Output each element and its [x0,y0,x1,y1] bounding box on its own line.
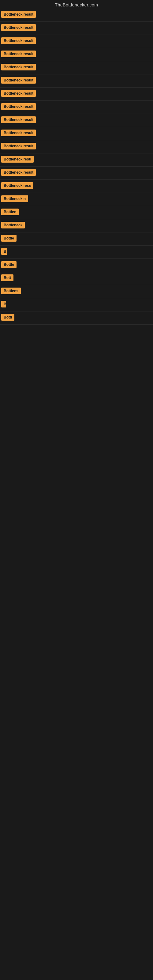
bottleneck-badge-5[interactable]: Bottleneck result [1,64,36,70]
bottleneck-item-8: Bottleneck result [0,101,153,114]
bottleneck-item-19: B [0,246,153,259]
bottleneck-badge-6[interactable]: Bottleneck result [1,77,36,84]
bottleneck-item-1: Bottleneck result [0,9,153,22]
bottleneck-badge-10[interactable]: Bottleneck result [1,130,36,136]
bottleneck-badge-7[interactable]: Bottleneck result [1,90,36,97]
bottleneck-item-24: Bottl [0,312,153,325]
bottleneck-badge-18[interactable]: Bottle [1,235,16,242]
bottleneck-item-10: Bottleneck result [0,127,153,140]
bottleneck-item-15: Bottleneck n [0,193,153,206]
bottleneck-badge-16[interactable]: Bottlen [1,208,19,215]
bottleneck-item-21: Bott [0,272,153,285]
bottleneck-badge-19[interactable]: B [1,248,7,255]
bottleneck-item-13: Bottleneck result [0,167,153,180]
bottleneck-item-23: B [0,298,153,312]
bottleneck-badge-20[interactable]: Bottle [1,261,16,268]
bottleneck-badge-21[interactable]: Bott [1,274,13,281]
bottleneck-badge-2[interactable]: Bottleneck result [1,24,36,31]
bottleneck-item-18: Bottle [0,232,153,246]
bottleneck-item-17: Bottleneck [0,219,153,232]
bottleneck-badge-1[interactable]: Bottleneck result [1,11,36,18]
bottleneck-badge-17[interactable]: Bottleneck [1,222,25,229]
bottleneck-badge-9[interactable]: Bottleneck result [1,116,36,123]
bottleneck-item-6: Bottleneck result [0,75,153,88]
bottleneck-badge-13[interactable]: Bottleneck result [1,169,36,176]
bottleneck-item-7: Bottleneck result [0,88,153,101]
bottleneck-item-2: Bottleneck result [0,22,153,35]
items-container: Bottleneck resultBottleneck resultBottle… [0,9,153,325]
bottleneck-badge-8[interactable]: Bottleneck result [1,103,36,110]
bottleneck-item-4: Bottleneck result [0,48,153,61]
bottleneck-badge-15[interactable]: Bottleneck n [1,196,28,202]
bottleneck-item-14: Bottleneck resu [0,180,153,193]
bottleneck-item-20: Bottle [0,259,153,272]
bottleneck-badge-3[interactable]: Bottleneck result [1,37,36,44]
bottleneck-item-9: Bottleneck result [0,114,153,127]
bottleneck-badge-14[interactable]: Bottleneck resu [1,182,33,189]
bottleneck-item-11: Bottleneck result [0,140,153,153]
bottleneck-item-16: Bottlen [0,206,153,219]
bottleneck-badge-11[interactable]: Bottleneck result [1,143,36,150]
bottleneck-badge-23[interactable]: B [1,301,6,307]
site-title: TheBottlenecker.com [0,0,153,9]
bottleneck-item-22: Bottlens [0,285,153,298]
bottleneck-item-3: Bottleneck result [0,35,153,48]
bottleneck-badge-4[interactable]: Bottleneck result [1,51,36,57]
bottleneck-badge-24[interactable]: Bottl [1,314,14,321]
bottleneck-badge-12[interactable]: Bottleneck resu [1,156,33,162]
site-header: TheBottlenecker.com [0,0,153,9]
bottleneck-badge-22[interactable]: Bottlens [1,288,21,294]
bottleneck-item-5: Bottleneck result [0,61,153,75]
bottleneck-item-12: Bottleneck resu [0,153,153,167]
